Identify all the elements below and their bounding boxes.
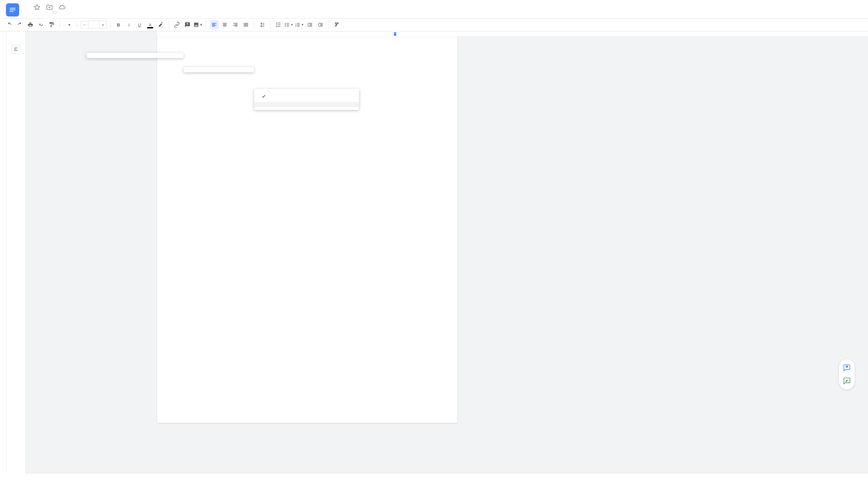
- spellcheck-button[interactable]: [36, 20, 45, 29]
- align-left-button[interactable]: [210, 20, 219, 29]
- svg-point-0: [285, 23, 286, 24]
- docs-logo[interactable]: [6, 3, 19, 17]
- bulleted-list-button[interactable]: ▼: [284, 20, 293, 29]
- update-normal-text[interactable]: [254, 102, 359, 107]
- font-size-value[interactable]: [88, 21, 99, 29]
- floating-actions: [839, 359, 855, 390]
- redo-button[interactable]: [15, 20, 24, 29]
- print-button[interactable]: [26, 20, 35, 29]
- clear-format-button[interactable]: [332, 20, 341, 29]
- suggest-edits-float[interactable]: [842, 376, 852, 386]
- format-menu: [87, 53, 184, 58]
- cloud-status-icon[interactable]: [59, 4, 65, 10]
- move-icon[interactable]: [46, 4, 53, 10]
- insert-link-button[interactable]: [172, 20, 182, 29]
- menu-file[interactable]: [25, 11, 31, 14]
- menu-help[interactable]: [71, 11, 77, 14]
- star-icon[interactable]: [34, 4, 40, 10]
- checklist-button[interactable]: [274, 20, 283, 29]
- menu-format[interactable]: [52, 11, 57, 14]
- align-right-button[interactable]: [231, 20, 240, 29]
- outline-toggle[interactable]: [11, 44, 21, 54]
- svg-point-2: [285, 26, 286, 27]
- document-title[interactable]: [25, 7, 28, 8]
- menu-addons[interactable]: [65, 11, 71, 14]
- menu-tools[interactable]: [58, 11, 64, 14]
- svg-point-1: [285, 24, 286, 25]
- indent-marker[interactable]: [394, 32, 397, 36]
- add-comment-float[interactable]: [842, 362, 852, 373]
- paint-format-button[interactable]: [47, 20, 56, 29]
- align-justify-button[interactable]: [241, 20, 250, 29]
- toolbar: ▼ − + B I U A ▼ ▼ ▼: [0, 18, 868, 31]
- numbered-list-button[interactable]: ▼: [295, 20, 304, 29]
- apply-normal-text[interactable]: [254, 91, 359, 102]
- bold-button[interactable]: B: [114, 20, 123, 29]
- underline-button[interactable]: U: [135, 20, 144, 29]
- insert-image-button[interactable]: ▼: [193, 20, 203, 29]
- increase-indent-button[interactable]: [316, 20, 325, 29]
- menubar: [25, 10, 861, 16]
- menu-edit[interactable]: [32, 11, 38, 14]
- font-size-increase[interactable]: +: [99, 21, 107, 29]
- zoom-select[interactable]: ▼: [63, 23, 73, 27]
- decrease-indent-button[interactable]: [305, 20, 314, 29]
- text-color-button[interactable]: A: [146, 20, 155, 29]
- add-comment-button[interactable]: [183, 20, 192, 29]
- menu-view[interactable]: [38, 11, 44, 14]
- paragraph-styles-menu: [184, 67, 254, 72]
- italic-button[interactable]: I: [124, 20, 134, 29]
- horizontal-ruler: [157, 31, 868, 37]
- menu-insert[interactable]: [45, 11, 51, 14]
- align-center-button[interactable]: [220, 20, 229, 29]
- font-size-decrease[interactable]: −: [81, 21, 88, 29]
- vertical-ruler: [0, 31, 7, 474]
- line-spacing-button[interactable]: [257, 20, 267, 29]
- undo-button[interactable]: [5, 20, 14, 29]
- normal-text-menu: [254, 89, 359, 110]
- highlight-button[interactable]: [156, 20, 165, 29]
